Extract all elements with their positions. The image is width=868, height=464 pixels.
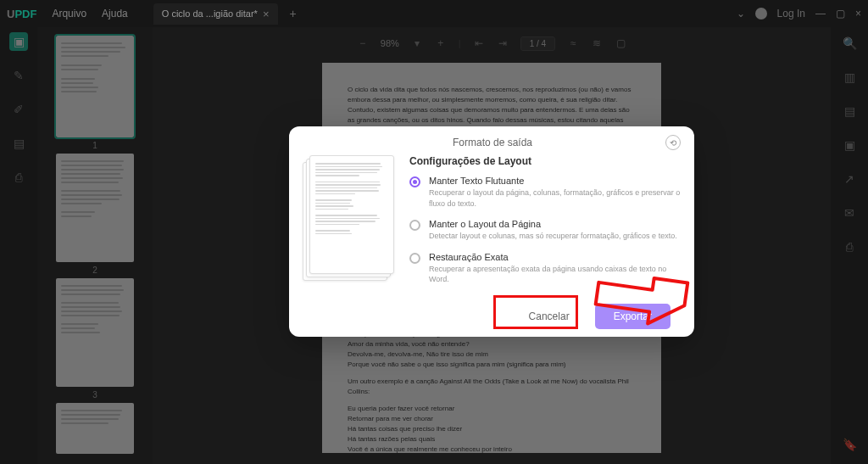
radio-icon[interactable]	[409, 253, 420, 264]
radio-icon[interactable]	[409, 176, 420, 187]
layout-option-exact[interactable]: Restauração Exata Recuperar a apresentaç…	[409, 252, 681, 285]
export-button[interactable]: Exportar	[595, 304, 670, 329]
modal-title: Configurações de Layout	[409, 155, 681, 167]
option-desc: Recuperar a apresentação exata da página…	[429, 264, 681, 285]
export-modal: Formato de saída ⟲ Configurações de Layo…	[289, 126, 694, 337]
option-desc: Detectar layout e colunas, mas só recupe…	[429, 231, 677, 242]
modal-close-icon[interactable]: ⟲	[665, 135, 681, 150]
modal-header-title: Formato de saída	[436, 137, 532, 148]
layout-option-page[interactable]: Manter o Layout da Página Detectar layou…	[409, 219, 681, 242]
cancel-button[interactable]: Cancelar	[529, 310, 570, 322]
option-desc: Recuperar o layout da página, colunas, f…	[429, 187, 681, 209]
option-label: Manter o Layout da Página	[429, 219, 677, 229]
option-label: Manter Texto Flutuante	[429, 176, 681, 186]
layout-option-flowing[interactable]: Manter Texto Flutuante Recuperar o layou…	[409, 176, 681, 209]
option-label: Restauração Exata	[429, 252, 681, 262]
radio-icon[interactable]	[409, 220, 420, 231]
preview-thumbnail	[303, 155, 394, 282]
